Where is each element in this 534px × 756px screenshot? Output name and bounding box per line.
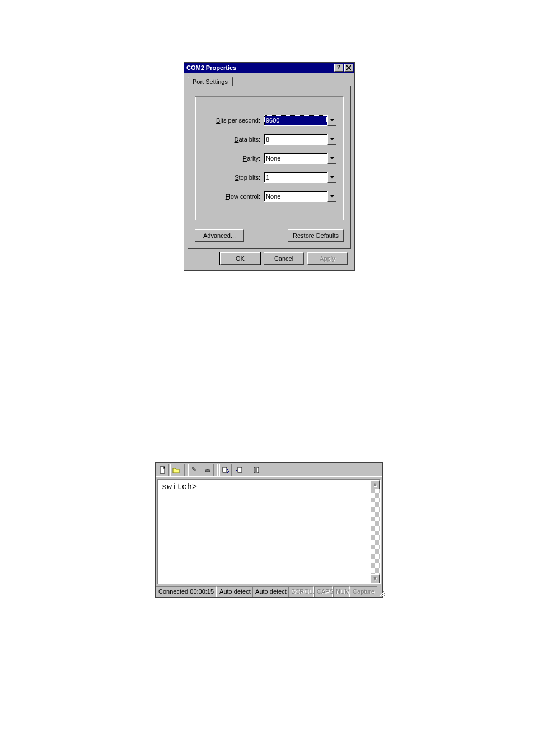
vertical-scrollbar[interactable]: ▲ ▼	[371, 480, 380, 583]
bits-per-second-value[interactable]: 9600	[264, 115, 327, 126]
parity-label: Parity:	[202, 155, 264, 162]
data-bits-value[interactable]: 8	[264, 134, 327, 145]
com2-properties-dialog: COM2 Properties ? Port Settings Bits per…	[184, 62, 355, 271]
tab-label: Port Settings	[193, 78, 228, 85]
stop-bits-label: Stop bits:	[202, 174, 264, 181]
cancel-button[interactable]: Cancel	[264, 252, 304, 265]
ok-button[interactable]: OK	[220, 252, 260, 265]
status-caps: CAPS	[314, 586, 333, 597]
chevron-down-icon[interactable]	[327, 115, 336, 126]
svg-rect-2	[238, 467, 242, 472]
data-bits-label: Data bits:	[202, 136, 264, 143]
help-button[interactable]: ?	[334, 64, 343, 72]
scroll-down-icon[interactable]: ▼	[371, 574, 380, 583]
status-protocol: Auto detect	[217, 586, 252, 597]
status-capture: Capture	[350, 586, 377, 597]
parity-value[interactable]: None	[264, 153, 327, 164]
scroll-track[interactable]	[371, 489, 380, 574]
stop-bits-combo[interactable]: 1	[264, 172, 336, 183]
flow-control-value[interactable]: None	[264, 191, 327, 202]
statusbar: Connected 00:00:15 Auto detect Auto dete…	[156, 586, 382, 597]
close-button[interactable]	[344, 64, 353, 72]
chevron-down-icon[interactable]	[327, 134, 336, 145]
terminal-prompt: switch>_	[162, 482, 202, 492]
resize-grip-icon[interactable]	[377, 586, 386, 597]
tab-port-settings[interactable]: Port Settings	[188, 77, 233, 86]
toolbar-separator	[184, 464, 186, 476]
chevron-down-icon[interactable]	[327, 153, 336, 164]
receive-icon[interactable]	[233, 464, 245, 476]
chevron-down-icon[interactable]	[327, 172, 336, 183]
svg-rect-1	[223, 467, 227, 472]
scroll-up-icon[interactable]: ▲	[371, 480, 380, 489]
advanced-button[interactable]: Advanced...	[195, 229, 244, 242]
call-icon[interactable]	[188, 464, 200, 476]
toolbar	[156, 463, 382, 477]
status-emulation: Auto detect	[252, 586, 288, 597]
titlebar: COM2 Properties ?	[184, 63, 354, 73]
restore-defaults-button[interactable]: Restore Defaults	[288, 229, 344, 242]
settings-group: Bits per second: 9600 Data bits: 8	[195, 96, 344, 220]
status-connected: Connected 00:00:15	[156, 586, 217, 597]
bits-per-second-combo[interactable]: 9600	[264, 115, 336, 126]
chevron-down-icon[interactable]	[327, 191, 336, 202]
svg-line-12	[385, 595, 385, 596]
apply-button[interactable]: Apply	[307, 252, 348, 265]
terminal-window: switch>_ ▲ ▼ Connected 00:00:15 Auto det…	[155, 462, 383, 598]
open-icon[interactable]	[170, 464, 182, 476]
flow-control-combo[interactable]: None	[264, 191, 336, 202]
parity-combo[interactable]: None	[264, 153, 336, 164]
new-icon[interactable]	[157, 464, 169, 476]
titlebar-title: COM2 Properties	[186, 64, 333, 71]
toolbar-separator	[216, 464, 218, 476]
port-settings-panel: Bits per second: 9600 Data bits: 8	[188, 86, 351, 249]
stop-bits-value[interactable]: 1	[264, 172, 327, 183]
properties-icon[interactable]	[251, 464, 263, 476]
bits-per-second-label: Bits per second:	[202, 117, 264, 124]
toolbar-separator	[247, 464, 249, 476]
send-icon[interactable]	[219, 464, 232, 476]
data-bits-combo[interactable]: 8	[264, 134, 336, 145]
terminal-output[interactable]: switch>_	[158, 480, 371, 583]
terminal-frame: switch>_ ▲ ▼	[157, 479, 381, 584]
hangup-icon[interactable]	[202, 464, 214, 476]
status-num: NUM	[333, 586, 350, 597]
flow-control-label: Flow control:	[202, 193, 264, 200]
status-scroll: SCROLL	[288, 586, 314, 597]
